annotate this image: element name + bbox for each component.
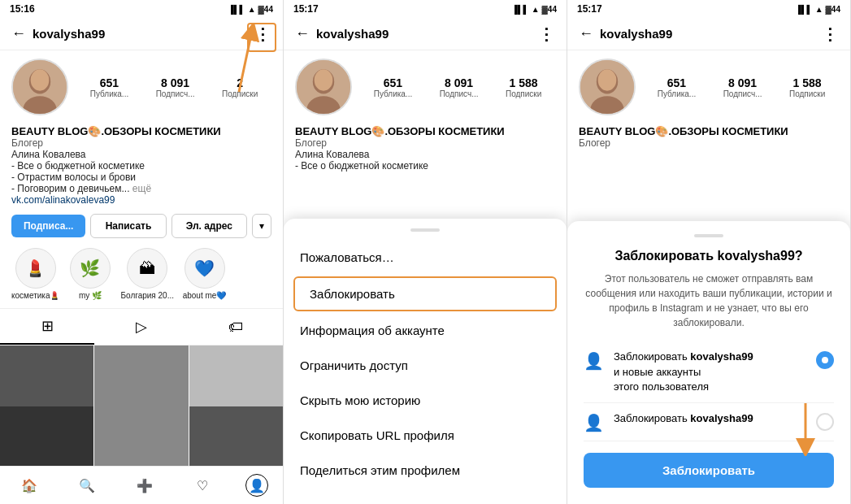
highlights-row-1: 💄 косметика💄 🌿 my 🌿 🏔 Болгария 20... 💙 a… [0, 243, 283, 305]
status-icons-1: ▐▌▌ ▲ ▓44 [228, 5, 273, 14]
follow-button[interactable]: Подписа... [11, 215, 85, 237]
block-dialog: Заблокировать kovalysha99? Этот пользова… [567, 221, 850, 504]
menu-handle [410, 228, 440, 232]
stat-followers-2: 8 091 Подписч... [440, 76, 479, 98]
battery-icon-2: ▓44 [542, 5, 557, 14]
highlight-circle-about: 💙 [185, 248, 225, 289]
block-option-text-1: Заблокировать kovalysha99и новые аккаунт… [614, 350, 806, 394]
menu-dots-2[interactable]: ⋮ [538, 24, 555, 44]
status-bar-2: 15:17 ▐▌▌ ▲ ▓44 [284, 0, 567, 18]
block-dialog-title: Заблокировать kovalysha99? [584, 249, 834, 263]
posts-grid-1 [0, 345, 283, 466]
user-icon-1: 👤 [584, 351, 604, 371]
status-icons-3: ▐▌▌ ▲ ▓44 [795, 5, 840, 14]
highlight-about[interactable]: 💙 about me💙 [182, 248, 227, 300]
action-buttons-1: Подписа... Написать Эл. адрес ▾ [0, 209, 283, 243]
panel-1: 15:16 ▐▌▌ ▲ ▓44 ← kovalysha99 ⋮ 6 [0, 0, 284, 504]
user-icon-2: 👤 [584, 413, 604, 432]
menu-item-block[interactable]: Заблокировать [293, 276, 557, 311]
tab-tagged[interactable]: 🏷 [189, 309, 283, 345]
stats-row-2: 651 Публика... 8 091 Подписч... 1 588 По… [360, 76, 555, 98]
profile-section-3: 651 Публика... 8 091 Подписч... 1 588 По… [567, 50, 850, 120]
menu-dots-1[interactable]: ⋮ [254, 24, 271, 44]
grid-icon: ⊞ [41, 317, 54, 335]
highlight-circle-my: 🌿 [70, 248, 111, 289]
highlight-circle-bulgaria: 🏔 [127, 248, 167, 289]
tagged-icon: 🏷 [228, 319, 243, 336]
time-3: 15:17 [577, 3, 602, 15]
block-confirm-button[interactable]: Заблокировать [584, 453, 834, 488]
battery-icon: ▓44 [258, 5, 273, 14]
battery-icon-3: ▓44 [826, 5, 840, 14]
stat-followers-3: 8 091 Подписч... [723, 76, 762, 98]
status-bar-3: 15:17 ▐▌▌ ▲ ▓44 [567, 0, 850, 18]
profile-section-1: 651 Публика... 8 091 Подписч... 2 Подпис… [0, 50, 283, 120]
nav-add[interactable]: ➕ [130, 473, 159, 497]
menu-item-share[interactable]: Поделиться этим профилем [284, 453, 567, 488]
wifi-icon-2: ▲ [532, 5, 540, 14]
username-1: kovalysha99 [33, 27, 254, 41]
avatar-2 [295, 59, 352, 115]
signal-icon-2: ▐▌▌ [511, 5, 528, 14]
stat-following-3: 1 588 Подписки [789, 76, 825, 98]
radio-option-1[interactable] [816, 351, 834, 369]
post-cell[interactable] [189, 406, 283, 467]
stat-posts-3: 651 Публика... [658, 76, 697, 98]
nav-heart[interactable]: ♡ [188, 473, 217, 497]
username-2: kovalysha99 [316, 27, 538, 41]
wifi-icon-3: ▲ [815, 5, 823, 14]
highlight-bulgaria[interactable]: 🏔 Болгария 20... [120, 248, 174, 300]
back-arrow-1[interactable]: ← [11, 25, 26, 42]
stat-posts-1: 651 Публика... [90, 76, 129, 98]
time-2: 15:17 [293, 3, 319, 15]
post-cell[interactable] [0, 406, 93, 467]
profile-bio-2: BEAUTY BLOG🎨.ОБЗОРЫ КОСМЕТИКИ Блогер Али… [284, 120, 567, 175]
panel-2: 15:17 ▐▌▌ ▲ ▓44 ← kovalysha99 ⋮ 6 [284, 0, 567, 504]
nav-profile[interactable]: 👤 [245, 474, 268, 497]
highlight-my[interactable]: 🌿 my 🌿 [67, 248, 112, 300]
menu-item-copy-url[interactable]: Скопировать URL профиля [284, 418, 567, 453]
top-nav-2: ← kovalysha99 ⋮ [284, 18, 567, 50]
back-arrow-3[interactable]: ← [579, 25, 593, 42]
svg-point-3 [31, 69, 50, 90]
highlight-circle-cosmetics: 💄 [15, 248, 56, 289]
time-1: 15:16 [10, 3, 35, 15]
top-nav-1: ← kovalysha99 ⋮ [0, 18, 283, 50]
block-option-text-2: Заблокировать kovalysha99 [614, 411, 806, 426]
avatar-3 [579, 59, 636, 115]
back-arrow-2[interactable]: ← [295, 25, 310, 42]
highlight-cosmetics[interactable]: 💄 косметика💄 [11, 248, 59, 300]
block-option-1[interactable]: 👤 Заблокировать kovalysha99и новые аккау… [584, 341, 834, 403]
tab-grid[interactable]: ⊞ [0, 309, 94, 345]
panel-3: 15:17 ▐▌▌ ▲ ▓44 ← kovalysha99 ⋮ 6 [567, 0, 851, 504]
context-menu: Пожаловаться… Заблокировать Информация о… [284, 219, 567, 504]
signal-icon-3: ▐▌▌ [795, 5, 812, 14]
stat-following-2: 1 588 Подписки [506, 76, 541, 98]
stat-followers-1: 8 091 Подписч... [156, 76, 195, 98]
menu-item-report[interactable]: Пожаловаться… [284, 240, 567, 275]
reels-icon: ▷ [136, 318, 147, 336]
radio-option-2[interactable] [816, 413, 834, 431]
message-button[interactable]: Написать [90, 214, 166, 238]
dropdown-button[interactable]: ▾ [252, 214, 271, 238]
tab-reels[interactable]: ▷ [94, 309, 189, 345]
svg-point-13 [598, 69, 617, 90]
wifi-icon: ▲ [248, 5, 256, 14]
stats-row-3: 651 Публика... 8 091 Подписч... 1 588 По… [644, 76, 839, 98]
menu-item-info[interactable]: Информация об аккаунте [284, 313, 567, 348]
nav-home[interactable]: 🏠 [15, 473, 44, 497]
block-option-2[interactable]: 👤 Заблокировать kovalysha99 [584, 403, 834, 441]
svg-point-9 [315, 69, 333, 90]
signal-icon: ▐▌▌ [228, 5, 245, 14]
dialog-handle [694, 234, 723, 237]
menu-item-restrict[interactable]: Ограничить доступ [284, 348, 567, 383]
menu-item-hide-story[interactable]: Скрыть мою историю [284, 383, 567, 418]
nav-search[interactable]: 🔍 [72, 473, 102, 497]
post-cell[interactable] [94, 406, 188, 467]
menu-dots-3[interactable]: ⋮ [822, 24, 839, 44]
avatar-1 [11, 59, 68, 115]
top-nav-3: ← kovalysha99 ⋮ [567, 18, 850, 50]
stat-posts-2: 651 Публика... [374, 76, 413, 98]
block-dialog-desc: Этот пользователь не сможет отправлять в… [584, 272, 834, 330]
email-button[interactable]: Эл. адрес [172, 214, 247, 238]
